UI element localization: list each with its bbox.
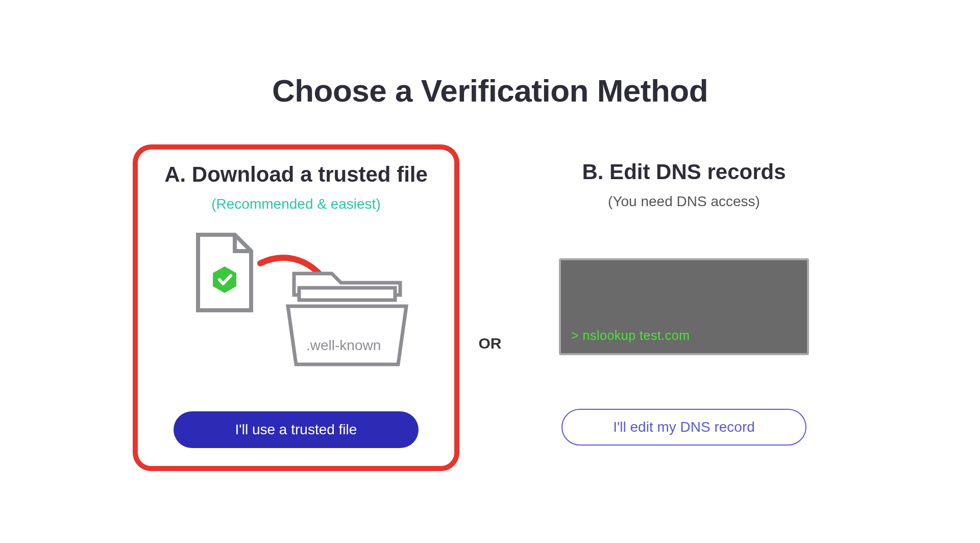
option-b-subtitle: (You need DNS access) [608, 193, 760, 210]
options-row: A. Download a trusted file (Recommended … [102, 144, 878, 471]
option-a-illustration: .well-known [156, 233, 436, 386]
svg-rect-0 [299, 288, 395, 300]
trusted-file-icon [194, 233, 255, 316]
page-title: Choose a Verification Method [102, 72, 878, 109]
option-b-illustration: > nslookup test.com [541, 230, 827, 383]
option-a-heading: A. Download a trusted file [164, 162, 428, 187]
terminal-command: > nslookup test.com [571, 328, 797, 343]
edit-dns-record-button[interactable]: I'll edit my DNS record [561, 409, 806, 446]
separator-or: OR [459, 335, 521, 352]
option-b-card: B. Edit DNS records (You need DNS access… [521, 144, 847, 471]
option-a-subtitle: (Recommended & easiest) [211, 196, 380, 212]
folder-icon [286, 258, 408, 373]
terminal-icon: > nslookup test.com [559, 258, 809, 355]
option-a-card: A. Download a trusted file (Recommended … [133, 144, 459, 471]
option-b-heading: B. Edit DNS records [582, 160, 786, 184]
use-trusted-file-button[interactable]: I'll use a trusted file [174, 411, 419, 448]
folder-label: .well-known [306, 337, 381, 354]
